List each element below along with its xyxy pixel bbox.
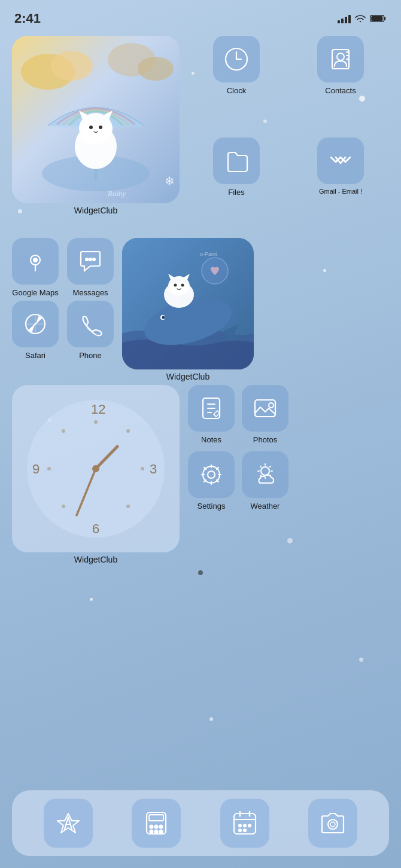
app-store-icon: [54, 809, 83, 838]
svg-point-85: [239, 824, 241, 827]
svg-rect-67: [255, 400, 275, 417]
svg-text:3: 3: [150, 461, 157, 476]
status-time: 2:41: [14, 11, 41, 26]
contacts-app[interactable]: Contacts: [292, 36, 389, 130]
messages-icon: [77, 248, 104, 274]
status-icons: [338, 14, 387, 23]
files-app[interactable]: Files: [188, 137, 285, 232]
svg-point-91: [330, 822, 335, 827]
wifi-icon: [354, 14, 366, 23]
status-bar: 2:41: [0, 0, 401, 30]
star-decoration: ☆: [90, 216, 102, 232]
photos-app[interactable]: Photos: [242, 385, 288, 444]
safari-icon: [22, 311, 48, 337]
svg-point-54: [94, 420, 98, 424]
svg-text:❄: ❄: [165, 175, 175, 188]
svg-point-5: [51, 51, 93, 81]
clock-widget-section: 12 3 6 9: [12, 385, 389, 564]
svg-point-77: [160, 826, 163, 829]
svg-point-89: [244, 829, 246, 832]
svg-text:12: 12: [91, 402, 105, 417]
home-screen: ❄ Rainy WidgetClub ☆ Clock: [0, 30, 401, 575]
svg-point-75: [150, 826, 153, 829]
google-maps-app[interactable]: Google Maps: [12, 238, 59, 297]
svg-point-63: [92, 465, 99, 472]
files-label: Files: [228, 188, 244, 197]
svg-point-40: [162, 316, 165, 319]
svg-point-71: [261, 467, 269, 475]
right-mini-grid: Notes Photos: [188, 385, 288, 511]
safari-app[interactable]: Safari: [12, 301, 59, 360]
dock: [12, 790, 389, 856]
svg-point-88: [239, 829, 241, 832]
svg-point-78: [150, 830, 153, 833]
svg-rect-2: [371, 16, 382, 21]
notes-app[interactable]: Notes: [188, 385, 235, 444]
dolphin-widget-container[interactable]: o-Paint WidgetClub: [122, 238, 254, 381]
top-large-widget[interactable]: ❄ Rainy WidgetClub ☆: [12, 36, 180, 232]
svg-point-60: [62, 505, 65, 508]
svg-point-28: [86, 258, 88, 261]
svg-point-22: [337, 53, 344, 60]
dolphin-widget-label: WidgetClub: [166, 372, 209, 381]
dock-app-store[interactable]: [44, 799, 93, 848]
svg-rect-74: [149, 815, 163, 821]
svg-point-56: [141, 467, 144, 470]
svg-point-90: [328, 820, 338, 829]
svg-point-79: [155, 830, 158, 833]
dock-calendar[interactable]: [220, 799, 269, 848]
phone-icon: [77, 311, 104, 337]
gmail-icon: [327, 148, 354, 174]
weather-label: Weather: [251, 502, 280, 511]
dock-calculator[interactable]: [132, 799, 181, 848]
svg-point-69: [208, 471, 215, 478]
svg-text:6: 6: [92, 521, 99, 536]
middle-section: Google Maps Messages: [12, 238, 389, 381]
phone-label: Phone: [79, 351, 102, 360]
weather-app[interactable]: Weather: [242, 451, 288, 511]
settings-icon: [198, 461, 224, 488]
notes-label: Notes: [201, 435, 221, 444]
camera-icon: [318, 809, 347, 838]
page-dot-active: [198, 570, 203, 575]
dolphin-illustration: o-Paint: [122, 238, 254, 369]
svg-point-15: [99, 126, 102, 129]
settings-label: Settings: [198, 502, 226, 511]
svg-point-27: [34, 258, 37, 262]
gmail-app[interactable]: Gmail - Email !: [292, 137, 389, 232]
svg-point-59: [47, 467, 51, 470]
svg-point-86: [244, 824, 246, 827]
svg-point-58: [62, 429, 65, 433]
maps-icon: [22, 248, 48, 274]
clock-app[interactable]: Clock: [188, 36, 285, 130]
battery-icon: [370, 14, 387, 23]
files-icon: [223, 148, 250, 174]
svg-point-68: [269, 403, 274, 408]
phone-app[interactable]: Phone: [67, 301, 114, 360]
svg-point-7: [138, 57, 174, 81]
app-row-1: Google Maps Messages: [12, 238, 114, 297]
svg-point-46: [181, 284, 184, 287]
photos-label: Photos: [253, 435, 277, 444]
dock-camera[interactable]: [308, 799, 357, 848]
safari-label: Safari: [25, 351, 45, 360]
clock-widget-container[interactable]: 12 3 6 9: [12, 385, 180, 564]
svg-point-45: [174, 284, 177, 287]
svg-point-30: [93, 258, 95, 261]
svg-text:o-Paint: o-Paint: [200, 251, 217, 257]
signal-icon: [338, 14, 351, 23]
contacts-icon: [327, 46, 354, 72]
svg-point-57: [126, 505, 130, 508]
messages-app[interactable]: Messages: [67, 238, 114, 297]
svg-point-70: [203, 466, 220, 483]
app-row-2: Safari Phone: [12, 301, 114, 360]
svg-point-80: [160, 830, 163, 833]
left-apps-group: Google Maps Messages: [12, 238, 114, 381]
analog-clock-svg: 12 3 6 9: [24, 397, 168, 540]
maps-label: Google Maps: [12, 288, 58, 297]
svg-point-76: [155, 826, 158, 829]
calculator-icon: [142, 809, 171, 838]
contacts-label: Contacts: [325, 86, 356, 95]
settings-app[interactable]: Settings: [188, 451, 235, 511]
clock-label: Clock: [227, 86, 247, 95]
